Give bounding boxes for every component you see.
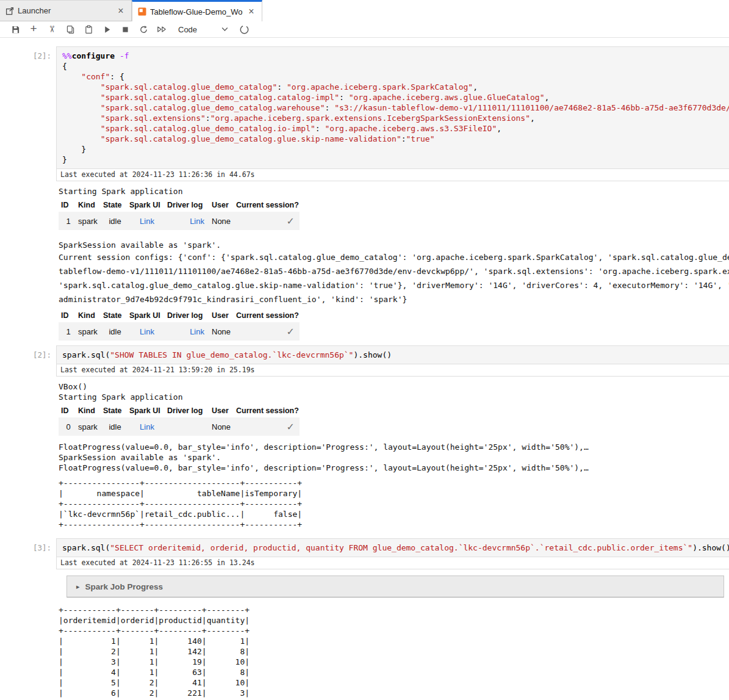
tab-bar: Launcher × Tableflow-Glue-Demo_Wor ×	[0, 0, 729, 21]
output-text: SparkSession available as 'spark'.	[59, 240, 729, 250]
tab-launcher-close-icon[interactable]: ×	[116, 6, 126, 16]
spark-ui-link[interactable]: Link	[140, 217, 154, 226]
table-row: 0 spark idle Link None ✓	[59, 417, 300, 436]
column-header-current-session: Current session?	[234, 405, 300, 417]
copy-cells-button[interactable]	[61, 22, 79, 37]
order-items-ascii-table: +-----------+-------+---------+--------+…	[59, 605, 729, 698]
column-header-driver-log: Driver log	[165, 405, 209, 417]
add-cell-button[interactable]: +	[24, 21, 43, 36]
column-header-user: User	[209, 405, 234, 417]
cell-output-area: ▸ Spark Job Progress +-----------+------…	[59, 576, 729, 698]
notebook-panel: [2]: %%configure -f{ "conf": { "spark.sq…	[0, 38, 729, 698]
launcher-icon	[5, 7, 14, 15]
output-text: Starting Spark application	[59, 186, 729, 197]
column-header-state: State	[101, 309, 127, 322]
cell-prompt: [2]:	[0, 345, 56, 377]
driver-log-link[interactable]: Link	[190, 327, 204, 336]
output-text: SparkSession available as 'spark'.	[59, 452, 729, 463]
tab-notebook-label: Tableflow-Glue-Demo_Wor	[150, 7, 243, 16]
column-header-user: User	[209, 199, 234, 212]
cell-prompt: [3]:	[0, 538, 56, 569]
session-user: None	[209, 322, 234, 341]
spark-ui-link[interactable]: Link	[140, 422, 154, 431]
code-editor[interactable]: spark.sql("SELECT orderitemid, orderid, …	[56, 538, 729, 569]
code-cell-show-tables: [2]: spark.sql("SHOW TABLES IN glue_demo…	[0, 345, 729, 530]
accordion-collapsed-arrow-icon: ▸	[76, 583, 80, 591]
session-state: idle	[101, 212, 127, 230]
execution-time: Last executed at 2024-11-21 13:59:20 in …	[57, 364, 729, 376]
accordion-label: Spark Job Progress	[85, 582, 163, 591]
session-kind: spark	[76, 212, 101, 230]
driver-log-link[interactable]: Link	[190, 217, 204, 226]
code-editor[interactable]: spark.sql("SHOW TABLES IN glue_demo_cata…	[56, 345, 729, 377]
tab-bar-spacer	[262, 0, 729, 21]
cut-cells-button[interactable]: ✂	[45, 20, 59, 38]
table-header-row: ID Kind State Spark UI Driver log User C…	[59, 309, 300, 322]
current-session-check-icon: ✓	[287, 216, 295, 226]
column-header-kind: Kind	[76, 309, 101, 322]
tab-notebook-close-icon[interactable]: ×	[246, 7, 256, 16]
run-cell-button[interactable]	[98, 22, 116, 37]
column-header-id: ID	[59, 405, 76, 417]
column-header-id: ID	[59, 199, 76, 212]
column-header-state: State	[101, 199, 127, 212]
run-all-cells-button[interactable]	[153, 22, 171, 37]
session-configs-text: Current session configs: {'conf': {'spar…	[59, 250, 729, 306]
session-state: idle	[101, 417, 127, 436]
save-button[interactable]	[6, 22, 24, 37]
column-header-state: State	[101, 405, 127, 417]
session-id: 1	[59, 212, 76, 230]
table-row: 1 spark idle Link Link None ✓	[59, 322, 300, 341]
output-text: Starting Spark application	[59, 392, 729, 402]
current-session-check-icon: ✓	[287, 327, 295, 337]
column-header-kind: Kind	[76, 199, 101, 212]
table-header-row: ID Kind State Spark UI Driver log User C…	[59, 405, 300, 417]
cell-prompt: [2]:	[0, 46, 56, 181]
spark-session-table: ID Kind State Spark UI Driver log User C…	[59, 199, 300, 230]
column-header-user: User	[209, 309, 234, 322]
tab-launcher-label: Launcher	[18, 6, 112, 15]
cell-type-label: Code	[178, 25, 197, 34]
table-row: 1 spark idle Link Link None ✓	[59, 212, 300, 230]
session-user: None	[209, 212, 234, 230]
code-cell-configure: [2]: %%configure -f{ "conf": { "spark.sq…	[0, 46, 729, 341]
float-progress-text: FloatProgress(value=0.0, bar_style='info…	[59, 442, 729, 452]
cell-output-area: VBox() Starting Spark application ID Kin…	[59, 381, 729, 530]
column-header-spark-ui: Spark UI	[127, 405, 165, 417]
code-cell-select-order-items: [3]: spark.sql("SELECT orderitemid, orde…	[0, 538, 729, 698]
stop-kernel-button[interactable]	[116, 22, 134, 37]
column-header-spark-ui: Spark UI	[127, 309, 165, 322]
session-kind: spark	[76, 417, 101, 436]
session-user: None	[209, 417, 234, 436]
tab-notebook[interactable]: Tableflow-Glue-Demo_Wor ×	[132, 0, 262, 21]
spark-ui-link[interactable]: Link	[140, 327, 154, 336]
kernel-status-icon[interactable]	[239, 24, 250, 35]
session-kind: spark	[76, 322, 101, 341]
code-editor[interactable]: %%configure -f{ "conf": { "spark.sql.cat…	[56, 46, 729, 181]
float-progress-text: FloatProgress(value=0.0, bar_style='info…	[59, 463, 729, 473]
column-header-current-session: Current session?	[234, 199, 300, 212]
tab-launcher[interactable]: Launcher ×	[0, 0, 132, 21]
session-id: 1	[59, 322, 76, 341]
column-header-spark-ui: Spark UI	[127, 199, 165, 212]
session-id: 0	[59, 417, 76, 436]
execution-time: Last executed at 2024-11-23 11:26:55 in …	[57, 557, 729, 569]
notebook-toolbar: + ✂ Code	[0, 21, 729, 38]
column-header-driver-log: Driver log	[165, 199, 209, 212]
spark-job-progress-accordion[interactable]: ▸ Spark Job Progress	[66, 576, 724, 597]
cell-type-dropdown[interactable]: Code	[178, 25, 228, 34]
paste-cells-button[interactable]	[79, 22, 98, 37]
current-session-check-icon: ✓	[287, 422, 295, 432]
spark-session-table: ID Kind State Spark UI Driver log User C…	[59, 309, 300, 341]
restart-kernel-button[interactable]	[134, 22, 153, 37]
session-state: idle	[101, 322, 127, 341]
column-header-id: ID	[59, 309, 76, 322]
chevron-down-icon	[221, 27, 228, 32]
table-header-row: ID Kind State Spark UI Driver log User C…	[59, 199, 300, 212]
cell-output-area: Starting Spark application ID Kind State…	[59, 186, 729, 341]
spark-session-table: ID Kind State Spark UI Driver log User C…	[59, 405, 300, 436]
output-text: VBox()	[59, 381, 729, 392]
execution-time: Last executed at 2024-11-23 11:26:36 in …	[57, 168, 729, 181]
column-header-kind: Kind	[76, 405, 101, 417]
show-tables-ascii-table: +----------------+--------------------+-…	[59, 478, 729, 530]
